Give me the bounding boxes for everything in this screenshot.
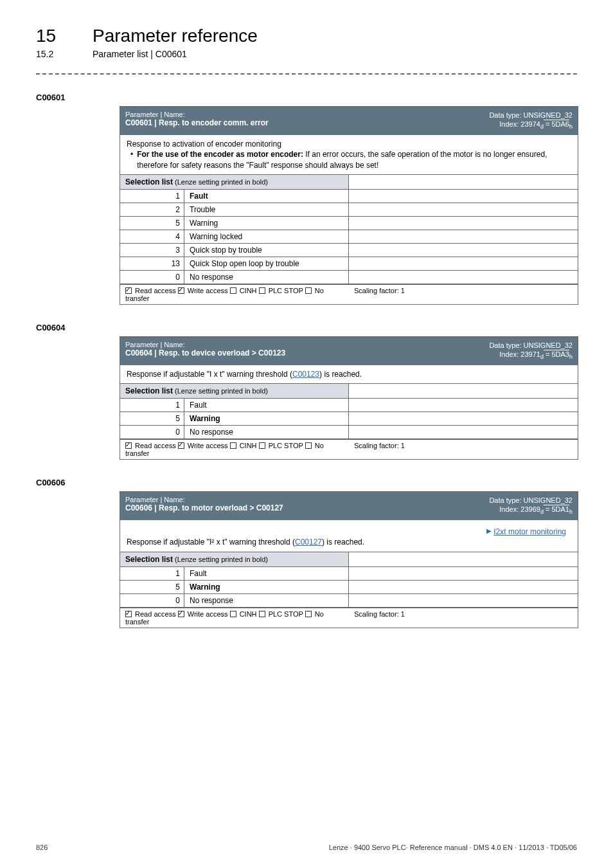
selection-row: 5Warning [120,412,578,426]
footer-reference: Lenze · 9400 Servo PLC· Reference manual… [329,844,577,851]
selection-value: Warning [184,412,349,426]
param-name: C00601 | Resp. to encoder comm. error [125,118,269,127]
checkbox-icon [259,611,265,617]
selection-list-header: Selection list (Lenze setting printed in… [120,175,349,190]
checkbox-label: Write access [186,610,228,618]
bullet-text: For the use of the encoder as motor enco… [137,149,571,170]
checkbox-icon [305,611,312,617]
checkbox-label: Write access [186,442,228,449]
param-name-label: Parameter | Name: [125,496,283,503]
description-text: Response if adjustable "I² x t" warning … [127,537,571,547]
checkbox-icon [305,442,312,449]
description-text: Response if adjustable "I x t" warning t… [127,369,571,379]
selection-row: 0No response [120,594,578,608]
index-value: Index: 23969d = 5DA1h [489,505,573,516]
checkbox-icon [305,287,312,294]
selection-value: Warning locked [184,230,349,244]
selection-value: No response [184,426,349,439]
param-block: Parameter | Name:C00604 | Resp. to devic… [120,336,578,460]
selection-value: Fault [184,399,349,412]
checkbox-label: CINH [238,610,257,618]
selection-row: 1Fault [120,567,578,581]
selection-list-header: Selection list (Lenze setting printed in… [120,552,349,567]
selection-number: 5 [120,412,184,426]
selection-list-header: Selection list (Lenze setting printed in… [120,384,349,399]
param-block: Parameter | Name:C00606 | Resp. to motor… [120,491,578,628]
bullet-icon: • [130,149,133,170]
description-text: Response to activation of encoder monito… [127,139,571,149]
checkbox-label: Write access [186,287,228,294]
checkbox-label: PLC STOP [267,610,303,618]
chapter-number: 15 [36,26,67,46]
threshold-link[interactable]: C00127 [295,538,322,547]
checkbox-label: CINH [238,287,257,294]
selection-value: Quick Stop open loop by trouble [184,257,349,271]
selection-number: 1 [120,399,184,412]
checkbox-icon [125,442,132,449]
selection-number: 0 [120,426,184,439]
selection-value: Fault [184,567,349,581]
index-value: Index: 23974d = 5DA6h [489,120,573,131]
selection-row: 4Warning locked [120,230,578,244]
checkbox-label: PLC STOP [267,442,303,449]
param-block: Parameter | Name:C00601 | Resp. to encod… [120,106,578,305]
checkbox-label: Read access [133,610,176,618]
selection-number: 5 [120,581,184,594]
checkbox-label: CINH [238,442,257,449]
selection-number: 1 [120,567,184,581]
selection-row: 13Quick Stop open loop by trouble [120,257,578,271]
param-name: C00606 | Resp. to motor overload > C0012… [125,503,283,512]
checkbox-icon [178,442,184,449]
selection-number: 1 [120,190,184,203]
selection-row: 1Fault [120,190,578,203]
index-value: Index: 23971d = 5DA3h [489,350,573,361]
checkbox-icon [230,287,236,294]
scaling-factor: Scaling factor: 1 [349,440,578,459]
checkbox-icon [125,287,132,294]
selection-row: 1Fault [120,399,578,412]
selection-row: 0No response [120,271,578,284]
selection-row: 0No response [120,426,578,439]
data-type: Data type: UNSIGNED_32 [489,341,573,350]
selection-row: 5Warning [120,581,578,594]
triangle-icon: ▶ [486,527,492,537]
selection-number: 0 [120,271,184,284]
selection-number: 13 [120,257,184,271]
selection-number: 3 [120,244,184,257]
selection-value: Warning [184,217,349,230]
threshold-link[interactable]: C00123 [292,370,319,379]
subchapter-number: 15.2 [36,49,67,59]
checkbox-icon [125,611,132,617]
subchapter-title: Parameter list | C00601 [93,49,187,59]
data-type: Data type: UNSIGNED_32 [489,111,573,120]
data-type: Data type: UNSIGNED_32 [489,496,573,505]
param-code-heading: C00604 [36,323,577,332]
selection-row: 3Quick stop by trouble [120,244,578,257]
selection-number: 0 [120,594,184,608]
access-flags: Read access Write access CINH PLC STOP N… [120,440,349,459]
scaling-factor: Scaling factor: 1 [349,285,578,304]
section-divider [36,73,577,75]
selection-value: Quick stop by trouble [184,244,349,257]
param-name: C00604 | Resp. to device overload > C001… [125,348,285,357]
checkbox-icon [178,287,184,294]
chapter-title: Parameter reference [93,26,258,46]
page-number: 826 [36,844,48,851]
checkbox-icon [178,611,184,617]
param-code-heading: C00606 [36,478,577,487]
selection-value: Warning [184,581,349,594]
checkbox-icon [259,442,265,449]
param-name-label: Parameter | Name: [125,341,285,348]
checkbox-icon [230,611,236,617]
monitoring-link[interactable]: I2xt motor monitoring [493,527,566,537]
scaling-factor: Scaling factor: 1 [349,608,578,628]
selection-value: Fault [184,190,349,203]
param-name-label: Parameter | Name: [125,111,269,118]
checkbox-icon [259,287,265,294]
selection-row: 5Warning [120,217,578,230]
checkbox-label: Read access [133,287,176,294]
selection-number: 4 [120,230,184,244]
checkbox-icon [230,442,236,449]
selection-value: No response [184,594,349,608]
param-code-heading: C00601 [36,93,577,102]
